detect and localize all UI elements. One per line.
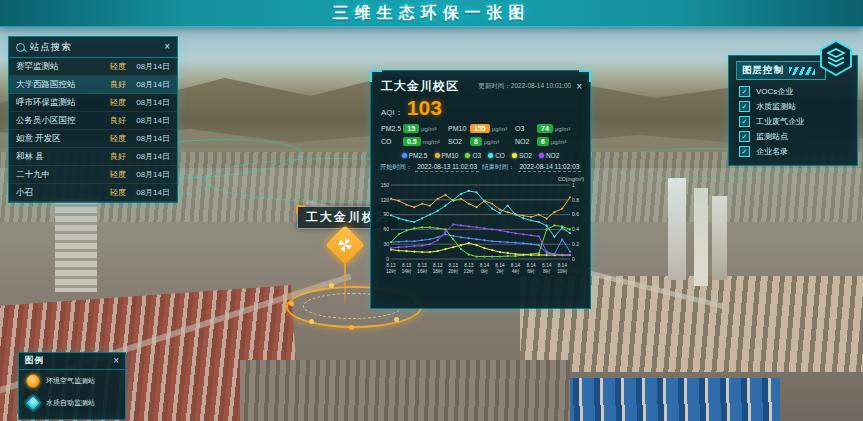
chart-legend: PM2.5PM10O3COSO2NO2 xyxy=(371,148,590,160)
pollutant-name: O3 xyxy=(515,125,535,132)
legend-dot-icon xyxy=(402,153,407,158)
station-row[interactable]: 公务员小区国控良好08月14日 xyxy=(9,112,177,130)
station-row[interactable]: 如意 开发区轻度08月14日 xyxy=(9,130,177,148)
legend-item[interactable]: 环境空气监测站 xyxy=(19,370,125,392)
legend-item-label: 环境空气监测站 xyxy=(46,376,95,386)
station-row[interactable]: 和林 县良好08月14日 xyxy=(9,148,177,166)
svg-text:8.1320时: 8.1320时 xyxy=(448,263,458,274)
layer-label: 水质监测站 xyxy=(756,101,796,112)
close-icon[interactable]: × xyxy=(576,82,582,92)
station-list: 赛罕监测站轻度08月14日大学西路国控站良好08月14日呼市环保监测站轻度08月… xyxy=(9,58,177,202)
svg-text:90: 90 xyxy=(383,211,389,217)
svg-text:120: 120 xyxy=(381,197,390,203)
chart-legend-item[interactable]: SO2 xyxy=(512,152,532,159)
svg-text:8.142时: 8.142时 xyxy=(495,263,505,274)
chart-legend-item[interactable]: CO xyxy=(488,152,505,159)
close-icon[interactable]: × xyxy=(164,42,170,52)
pollutant-trend-chart[interactable]: 030609012015000.20.40.60.81CO(mg/m³)8.13… xyxy=(371,173,590,295)
station-date: 08月14日 xyxy=(126,97,170,108)
station-name: 大学西路国控站 xyxy=(16,79,100,91)
svg-text:150: 150 xyxy=(381,182,390,188)
svg-text:8.1410时: 8.1410时 xyxy=(557,263,567,274)
pinwheel-icon xyxy=(337,237,353,253)
svg-text:0.8: 0.8 xyxy=(572,197,579,203)
station-row[interactable]: 赛罕监测站轻度08月14日 xyxy=(9,58,177,76)
app-root: 工大金川校区 三维生态环保一张图 站点搜索 × 赛罕监测站轻度08月14日大学西… xyxy=(0,0,863,421)
svg-text:60: 60 xyxy=(383,226,389,232)
legend-dot-icon xyxy=(488,153,493,158)
layer-item[interactable]: ✓监测站点 xyxy=(729,129,857,144)
station-name: 二十九中 xyxy=(16,169,100,181)
search-icon[interactable] xyxy=(16,43,25,52)
chart-legend-item[interactable]: PM2.5 xyxy=(402,152,428,159)
svg-text:8.1312时: 8.1312时 xyxy=(386,263,396,274)
svg-text:0.6: 0.6 xyxy=(572,211,579,217)
chart-legend-item[interactable]: NO2 xyxy=(539,152,559,159)
legend-label: PM2.5 xyxy=(409,152,428,159)
layer-item[interactable]: ✓VOCs企业 xyxy=(729,84,857,99)
close-icon[interactable]: × xyxy=(113,356,119,366)
station-grade: 轻度 xyxy=(100,61,126,72)
legend-dot-icon xyxy=(465,153,470,158)
map-legend-panel: 图例 × 环境空气监测站水质自动监测站 xyxy=(18,352,126,420)
aqi-label: AQI： xyxy=(381,107,403,118)
legend-label: SO2 xyxy=(519,152,532,159)
time-range-row: 开始时间： 2022-08-13 11:02:03 结束时间： 2022-08-… xyxy=(371,160,590,173)
pollutant-unit: μg/m³ xyxy=(492,126,507,132)
water-station-icon xyxy=(25,395,41,411)
station-date: 08月14日 xyxy=(126,187,170,198)
layer-label: VOCs企业 xyxy=(756,86,793,97)
chart-legend-item[interactable]: PM10 xyxy=(435,152,459,159)
pollutant-value-badge: 15 xyxy=(403,124,419,133)
station-grade: 轻度 xyxy=(100,169,126,180)
legend-title: 图例 xyxy=(25,355,113,367)
checkbox-checked-icon[interactable]: ✓ xyxy=(739,116,750,127)
pollutant-item: PM10155μg/m³ xyxy=(448,124,515,133)
pollutant-unit: μg/m³ xyxy=(551,139,566,145)
station-name: 小召 xyxy=(16,187,100,199)
station-list-title: 站点搜索 xyxy=(30,41,159,54)
station-row[interactable]: 大学西路国控站良好08月14日 xyxy=(9,76,177,94)
aqi-value: 103 xyxy=(407,97,442,118)
update-time-value: 2022-08-14 10:01:00 xyxy=(511,82,571,89)
station-row[interactable]: 二十九中轻度08月14日 xyxy=(9,166,177,184)
checkbox-checked-icon[interactable]: ✓ xyxy=(739,146,750,157)
station-date: 08月14日 xyxy=(126,151,170,162)
layer-item[interactable]: ✓工业废气企业 xyxy=(729,114,857,129)
checkbox-checked-icon[interactable]: ✓ xyxy=(739,131,750,142)
station-date: 08月14日 xyxy=(126,61,170,72)
svg-text:0.2: 0.2 xyxy=(572,241,579,247)
layer-item[interactable]: ✓水质监测站 xyxy=(729,99,857,114)
station-date: 08月14日 xyxy=(126,79,170,90)
pollutant-item: NO26μg/m³ xyxy=(515,137,582,146)
station-row[interactable]: 呼市环保监测站轻度08月14日 xyxy=(9,94,177,112)
station-name: 赛罕监测站 xyxy=(16,61,100,73)
checkbox-checked-icon[interactable]: ✓ xyxy=(739,101,750,112)
start-time-label: 开始时间： xyxy=(380,163,413,172)
layer-item[interactable]: ✓企业名录 xyxy=(729,144,857,159)
station-name: 和林 县 xyxy=(16,151,100,163)
station-grade: 良好 xyxy=(100,115,126,126)
chart-legend-item[interactable]: O3 xyxy=(465,152,481,159)
svg-text:30: 30 xyxy=(383,241,389,247)
legend-item[interactable]: 水质自动监测站 xyxy=(19,392,125,414)
layers-icon[interactable] xyxy=(819,40,853,76)
pollutant-name: SO2 xyxy=(448,138,468,145)
update-time-label: 更新时间： xyxy=(478,82,511,89)
legend-list: 环境空气监测站水质自动监测站 xyxy=(19,370,125,414)
start-time-input[interactable]: 2022-08-13 11:02:03 xyxy=(415,163,479,172)
legend-label: CO xyxy=(495,152,505,159)
pollutant-item: SO28μg/m³ xyxy=(448,137,515,146)
legend-dot-icon xyxy=(435,153,440,158)
checkbox-checked-icon[interactable]: ✓ xyxy=(739,86,750,97)
layer-label: 工业废气企业 xyxy=(756,116,804,127)
station-list-panel: 站点搜索 × 赛罕监测站轻度08月14日大学西路国控站良好08月14日呼市环保监… xyxy=(8,36,178,203)
station-row[interactable]: 小召轻度08月14日 xyxy=(9,184,177,202)
pollutant-grid: PM2.515μg/m³PM10155μg/m³O374μg/m³CO0.5mg… xyxy=(371,118,590,148)
layer-panel-titlebar: 图层控制 xyxy=(736,61,826,80)
station-grade: 轻度 xyxy=(100,187,126,198)
pollutant-name: NO2 xyxy=(515,138,535,145)
end-time-input[interactable]: 2022-08-14 11:02:03 xyxy=(518,163,582,172)
pollutant-value-badge: 6 xyxy=(537,137,549,146)
pollutant-name: PM2.5 xyxy=(381,125,401,132)
